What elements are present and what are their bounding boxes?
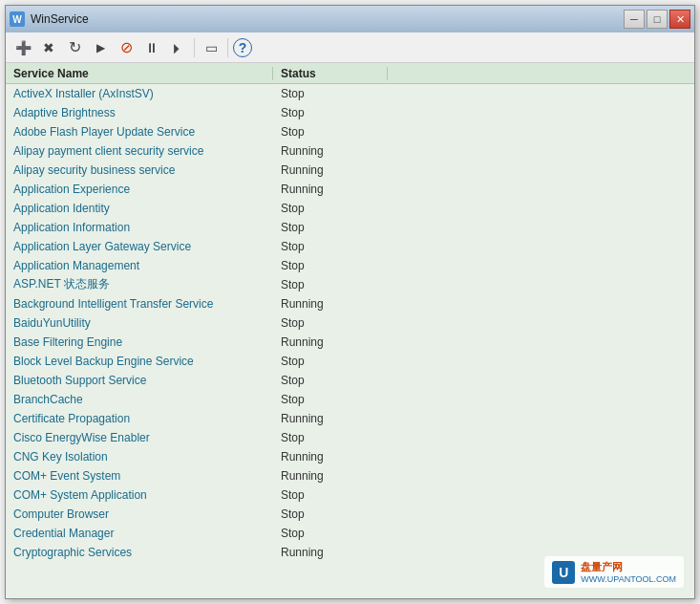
row-service-name: Certificate Propagation: [6, 412, 273, 425]
row-service-name: Block Level Backup Engine Service: [6, 355, 273, 368]
row-service-name: ASP.NET 状态服务: [6, 276, 273, 292]
table-row[interactable]: COM+ System ApplicationStop: [6, 485, 694, 505]
row-status: Running: [273, 450, 388, 464]
row-service-name: Credential Manager: [6, 527, 273, 540]
help-button[interactable]: ?: [233, 38, 252, 57]
row-service-name: Application Experience: [6, 183, 273, 196]
table-row[interactable]: CNG Key IsolationRunning: [6, 447, 694, 466]
table-row[interactable]: Certificate PropagationRunning: [6, 409, 694, 428]
row-service-name: Application Identity: [6, 202, 273, 215]
row-status: Stop: [273, 431, 388, 444]
table-row[interactable]: Application IdentityStop: [6, 199, 694, 218]
row-status: Stop: [273, 488, 388, 502]
row-service-name: Adaptive Brightness: [6, 106, 273, 119]
table-row[interactable]: BaiduYunUtilityStop: [6, 313, 694, 333]
row-status: Stop: [273, 240, 388, 253]
row-status: Running: [273, 469, 388, 483]
table-row[interactable]: Base Filtering EngineRunning: [6, 333, 694, 352]
table-row[interactable]: Adaptive BrightnessStop: [6, 103, 694, 122]
table-row[interactable]: Application ExperienceRunning: [6, 180, 694, 199]
table-row[interactable]: Bluetooth Support ServiceStop: [6, 371, 694, 390]
table-row[interactable]: ActiveX Installer (AxInstSV)Stop: [6, 84, 694, 103]
toolbar-separator-2: [227, 38, 228, 57]
resume-button[interactable]: ⏵: [166, 36, 189, 59]
row-status: Running: [273, 144, 388, 158]
table-row[interactable]: Alipay payment client security serviceRu…: [6, 141, 694, 161]
table-row[interactable]: Block Level Backup Engine ServiceStop: [6, 352, 694, 371]
row-service-name: Application Management: [6, 259, 273, 272]
add-button[interactable]: ➕: [11, 36, 34, 59]
watermark-main-text: 盘量产网: [581, 560, 676, 574]
watermark-sub-text: WWW.UPANTOOL.COM: [581, 574, 676, 584]
table-row[interactable]: Cisco EnergyWise EnablerStop: [6, 428, 694, 447]
window-title: WinService: [31, 12, 624, 26]
row-status: Stop: [273, 374, 388, 387]
table-row[interactable]: Application Layer Gateway ServiceStop: [6, 237, 694, 256]
row-status: Stop: [273, 125, 388, 139]
row-service-name: Application Layer Gateway Service: [6, 240, 273, 253]
row-service-name: BranchCache: [6, 393, 273, 406]
content-area: Service Name Status ActiveX Installer (A…: [6, 63, 694, 598]
table-row[interactable]: Computer BrowserStop: [6, 505, 694, 524]
pause-button[interactable]: ⏸: [140, 36, 163, 59]
row-status: Running: [273, 163, 388, 177]
maximize-button[interactable]: □: [647, 10, 668, 29]
title-buttons: ─ □ ✕: [624, 10, 690, 29]
row-service-name: CNG Key Isolation: [6, 450, 273, 464]
table-row[interactable]: Adobe Flash Player Update ServiceStop: [6, 122, 694, 141]
header-status: Status: [273, 67, 388, 80]
table-row[interactable]: Application InformationStop: [6, 218, 694, 237]
table-row[interactable]: COM+ Event SystemRunning: [6, 466, 694, 485]
table-row[interactable]: Alipay security business serviceRunning: [6, 161, 694, 180]
minimize-button[interactable]: ─: [624, 10, 645, 29]
row-service-name: BaiduYunUtility: [6, 316, 273, 330]
row-service-name: Application Information: [6, 221, 273, 234]
row-service-name: Computer Browser: [6, 507, 273, 521]
row-service-name: Background Intelligent Transfer Service: [6, 297, 273, 311]
row-status: Running: [273, 297, 388, 311]
title-bar: W WinService ─ □ ✕: [6, 6, 694, 32]
row-status: Stop: [273, 316, 388, 330]
row-status: Stop: [273, 355, 388, 368]
table-row[interactable]: BranchCacheStop: [6, 390, 694, 409]
table-row[interactable]: Background Intelligent Transfer ServiceR…: [6, 294, 694, 313]
start-button[interactable]: ▶: [89, 36, 112, 59]
row-service-name: Cryptographic Services: [6, 546, 273, 559]
refresh-button[interactable]: ↻: [63, 36, 86, 59]
row-status: Stop: [273, 221, 388, 234]
app-icon: W: [10, 11, 25, 27]
table-body[interactable]: ActiveX Installer (AxInstSV)StopAdaptive…: [6, 84, 694, 598]
watermark: U 盘量产网 WWW.UPANTOOL.COM: [544, 556, 684, 588]
table-row[interactable]: Credential ManagerStop: [6, 524, 694, 543]
row-service-name: Cisco EnergyWise Enabler: [6, 431, 273, 444]
row-service-name: COM+ Event System: [6, 469, 273, 483]
row-status: Stop: [273, 527, 388, 540]
row-status: Running: [273, 412, 388, 425]
row-service-name: COM+ System Application: [6, 488, 273, 502]
toolbar-separator: [194, 38, 195, 57]
row-service-name: Alipay security business service: [6, 163, 273, 177]
row-service-name: Alipay payment client security service: [6, 144, 273, 158]
row-status: Stop: [273, 87, 388, 100]
table-row[interactable]: Application ManagementStop: [6, 256, 694, 275]
export-button[interactable]: ▭: [200, 36, 223, 59]
table-row[interactable]: ASP.NET 状态服务Stop: [6, 275, 694, 294]
row-status: Running: [273, 546, 388, 559]
main-window: W WinService ─ □ ✕ ➕ ✖ ↻ ▶ ⊘ ⏸ ⏵ ▭ ?: [5, 5, 695, 599]
header-service-name: Service Name: [6, 67, 273, 80]
toolbar: ➕ ✖ ↻ ▶ ⊘ ⏸ ⏵ ▭ ?: [6, 32, 694, 63]
row-status: Stop: [273, 202, 388, 215]
row-status: Stop: [273, 106, 388, 119]
delete-button[interactable]: ✖: [37, 36, 60, 59]
row-service-name: Bluetooth Support Service: [6, 374, 273, 387]
watermark-text-block: 盘量产网 WWW.UPANTOOL.COM: [581, 560, 676, 584]
row-status: Stop: [273, 507, 388, 521]
stop-button[interactable]: ⊘: [115, 36, 138, 59]
watermark-logo: U: [552, 561, 575, 584]
row-status: Stop: [273, 259, 388, 272]
row-service-name: Base Filtering Engine: [6, 335, 273, 349]
table-header: Service Name Status: [6, 63, 694, 84]
close-button[interactable]: ✕: [669, 10, 690, 29]
row-status: Running: [273, 183, 388, 196]
row-status: Stop: [273, 278, 388, 291]
